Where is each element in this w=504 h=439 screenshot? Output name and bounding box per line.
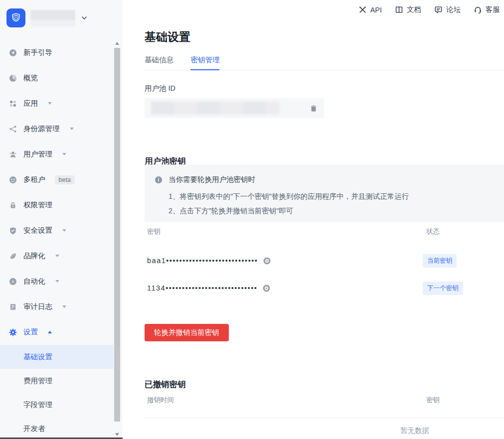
- docs-link[interactable]: 文档: [395, 5, 421, 14]
- audit-log-icon: [8, 302, 17, 311]
- api-link-label: API: [370, 6, 382, 14]
- notice-title: 当你需要轮换用户池密钥时: [168, 175, 255, 184]
- overview-pie-icon: [8, 74, 17, 82]
- sidebar-scrollbar[interactable]: [114, 40, 121, 439]
- gear-icon: [8, 328, 17, 336]
- sidebar-subitem-developers[interactable]: 开发者: [0, 417, 114, 439]
- info-icon: [155, 176, 163, 184]
- scrollbar-down-arrow[interactable]: [115, 433, 119, 436]
- sidebar-item-label: 概览: [23, 73, 38, 83]
- brand-icon: [8, 252, 17, 260]
- sidebar-item-label: 权限管理: [23, 200, 52, 210]
- book-icon: [395, 5, 403, 14]
- eye-icon: [263, 257, 271, 265]
- revoked-col-time: 撤销时间: [145, 396, 423, 405]
- empty-state-text: 暂无数据: [400, 426, 429, 436]
- sidebar-subitem-label: 开发者: [23, 424, 45, 434]
- support-link[interactable]: 客服: [474, 5, 500, 14]
- caret-down-icon: [55, 255, 59, 257]
- forum-icon: [434, 5, 443, 14]
- caret-down-icon: [62, 153, 66, 155]
- beta-badge: beta: [55, 175, 75, 184]
- sidebar-item-label: 品牌化: [23, 251, 45, 261]
- status-badge: 下一个密钥: [423, 282, 463, 295]
- sidebar-subitem-label: 费用管理: [23, 376, 52, 386]
- sidebar-item-overview[interactable]: 概览: [0, 65, 114, 91]
- userpool-id-label: 用户池 ID: [145, 84, 175, 93]
- workspace-switcher[interactable]: [6, 8, 88, 27]
- apps-icon: [8, 99, 17, 108]
- main-content: API 文档 论坛 客服 基础设置 基础信息 密钥管理 用户池 ID 用户池密钥…: [123, 0, 504, 439]
- revoked-table-divider: [145, 418, 504, 418]
- secret-table-header: 密钥 状态: [145, 227, 504, 236]
- notice-step-2: 2、点击下方"轮换并撤销当前密钥"即可: [168, 204, 504, 218]
- users-icon: [8, 150, 17, 158]
- sidebar-subitem-label: 字段管理: [23, 400, 52, 410]
- top-header-links: API 文档 论坛 客服: [358, 5, 500, 14]
- sidebar-subitem-fields[interactable]: 字段管理: [0, 393, 114, 417]
- sidebar-nav: 新手引导 概览 应用 身份源管理 用户管理: [0, 40, 114, 439]
- docs-link-label: 文档: [407, 5, 421, 14]
- notice-step-1: 1、将密钥列表中的"下一个密钥"替换到你的应用程序中，并且测试正常运行: [168, 189, 504, 204]
- identity-share-icon: [8, 125, 17, 133]
- sidebar-subitem-basic-settings[interactable]: 基础设置: [0, 345, 114, 369]
- userpool-id-box: [145, 98, 324, 118]
- support-link-label: 客服: [486, 5, 500, 14]
- sidebar-item-label: 用户管理: [23, 149, 52, 159]
- page-title: 基础设置: [145, 29, 190, 45]
- shield-check-icon: [8, 226, 17, 235]
- copy-button[interactable]: [310, 104, 318, 113]
- tab-bar: 基础信息 密钥管理: [145, 55, 504, 70]
- clipboard-icon: [310, 104, 318, 113]
- sidebar-item-label: 多租户: [23, 175, 45, 184]
- sidebar-item-identity-sources[interactable]: 身份源管理: [0, 116, 114, 142]
- sidebar-item-label: 新手引导: [23, 48, 52, 57]
- masked-secret: baa1••••••••••••••••••••••••••••: [147, 257, 258, 265]
- sidebar-subitem-label: 基础设置: [23, 352, 52, 362]
- eye-icon: [262, 284, 271, 293]
- api-link[interactable]: API: [358, 5, 382, 14]
- rotate-revoke-button[interactable]: 轮换并撤销当前密钥: [145, 324, 229, 341]
- sidebar-item-permissions[interactable]: 权限管理: [0, 192, 114, 218]
- headset-icon: [474, 5, 482, 14]
- tab-key-management[interactable]: 密钥管理: [190, 55, 219, 70]
- secret-col-status: 状态: [423, 227, 504, 236]
- sidebar-item-label: 审计日志: [23, 302, 52, 311]
- sidebar: 新手引导 概览 应用 身份源管理 用户管理: [0, 0, 123, 439]
- sidebar-item-apps[interactable]: 应用: [0, 91, 114, 116]
- chevron-down-icon: [80, 14, 88, 22]
- caret-down-icon: [70, 128, 74, 130]
- secret-col-key: 密钥: [145, 227, 423, 236]
- sidebar-item-multi-tenant[interactable]: 多租户 beta: [0, 167, 114, 192]
- tab-basic-info[interactable]: 基础信息: [145, 55, 173, 70]
- status-badge: 当前密钥: [423, 254, 457, 268]
- revoked-col-key: 密钥: [423, 396, 504, 405]
- sidebar-item-label: 自动化: [23, 277, 45, 286]
- sidebar-item-automation[interactable]: A 自动化: [0, 269, 114, 294]
- workspace-name-redacted: [30, 10, 75, 26]
- forum-link-label: 论坛: [446, 5, 461, 14]
- sidebar-item-user-management[interactable]: 用户管理: [0, 142, 114, 167]
- sidebar-item-label: 身份源管理: [23, 124, 60, 134]
- sidebar-item-guide[interactable]: 新手引导: [0, 40, 114, 65]
- scrollbar-thumb[interactable]: [114, 48, 120, 422]
- sidebar-item-label: 应用: [23, 99, 38, 108]
- scrollbar-up-arrow[interactable]: [115, 42, 119, 45]
- caret-down-icon: [48, 102, 52, 105]
- masked-secret: 1134••••••••••••••••••••••••••••: [147, 284, 257, 292]
- svg-text:A: A: [11, 279, 14, 284]
- lock-icon: [8, 201, 17, 209]
- forum-link[interactable]: 论坛: [434, 5, 461, 14]
- shield-logo-icon: [6, 8, 25, 27]
- sidebar-item-audit-log[interactable]: 审计日志: [0, 294, 114, 319]
- sidebar-item-branding[interactable]: 品牌化: [0, 243, 114, 269]
- reveal-secret-button[interactable]: [262, 284, 271, 293]
- sidebar-item-label: 设置: [23, 327, 38, 337]
- reveal-secret-button[interactable]: [263, 257, 271, 265]
- sidebar-item-settings[interactable]: 设置: [0, 319, 114, 345]
- revoked-table-header: 撤销时间 密钥: [145, 396, 504, 405]
- guide-icon: [8, 48, 17, 57]
- rotation-notice: 当你需要轮换用户池密钥时 1、将密钥列表中的"下一个密钥"替换到你的应用程序中，…: [145, 164, 504, 222]
- sidebar-subitem-billing[interactable]: 费用管理: [0, 369, 114, 393]
- sidebar-item-security[interactable]: 安全设置: [0, 218, 114, 243]
